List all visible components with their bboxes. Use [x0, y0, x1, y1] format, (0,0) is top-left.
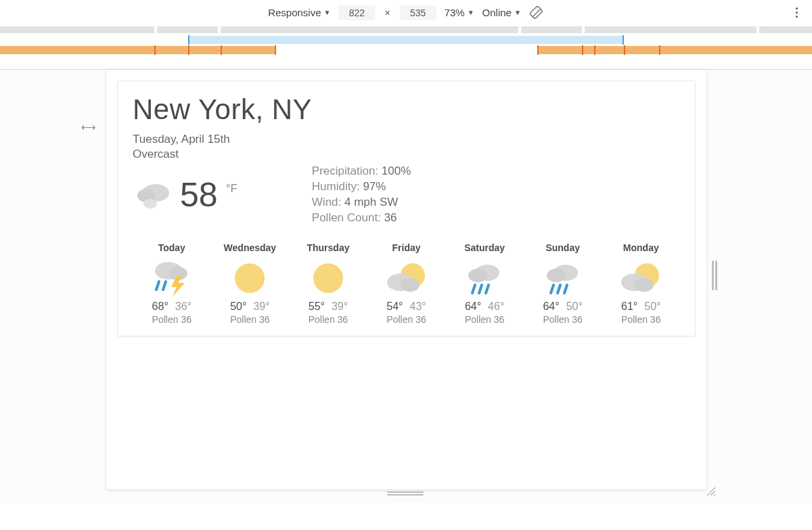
device-stage: ⟷ New York, NY Tuesday, April 15th Overc… — [0, 70, 812, 503]
rain-icon — [445, 257, 524, 299]
breakpoint-ruler — [0, 26, 812, 70]
forecast-day: Wednesday 50°39° Pollen 36 — [211, 242, 290, 325]
humid-value: 97% — [363, 180, 386, 193]
forecast-high: 50° — [230, 301, 246, 312]
svg-line-7 — [156, 282, 159, 290]
weather-card: New York, NY Tuesday, April 15th Overcas… — [117, 81, 696, 336]
forecast-day-label: Monday — [602, 242, 680, 253]
forecast-pollen: Pollen 36 — [211, 314, 290, 325]
forecast-day: Today 68°36° Pollen 36 — [133, 242, 211, 325]
date-text: Tuesday, April 15th — [133, 133, 680, 146]
breakpoint-row-blue[interactable] — [0, 36, 812, 44]
forecast-day: Saturday 64°46° Pollen 36 — [445, 242, 524, 325]
rotate-icon[interactable] — [529, 5, 544, 20]
sunny-icon — [289, 257, 367, 299]
city-title: New York, NY — [133, 93, 680, 126]
storm-icon — [133, 257, 211, 299]
partly-sunny-icon — [602, 257, 680, 299]
forecast-low: 43° — [410, 301, 426, 312]
forecast-day-label: Friday — [367, 242, 446, 253]
forecast-pollen: Pollen 36 — [133, 314, 211, 325]
breakpoint-row-orange[interactable] — [0, 46, 812, 54]
forecast-row: Today 68°36° Pollen 36 Wednesday 50°39° … — [133, 242, 680, 325]
svg-point-16 — [468, 269, 487, 282]
resize-right-handle[interactable] — [712, 261, 719, 290]
device-select-label: Responsive — [268, 7, 321, 18]
forecast-high: 61° — [621, 301, 637, 312]
forecast-temps: 68°36° — [133, 301, 211, 313]
svg-rect-0 — [529, 5, 542, 18]
current-temp: 58 — [180, 175, 218, 215]
svg-point-4 — [143, 199, 157, 208]
breakpoint-row-grey[interactable] — [0, 26, 812, 34]
zoom-label: 73% — [445, 7, 465, 18]
forecast-day-label: Today — [133, 242, 211, 253]
forecast-pollen: Pollen 36 — [524, 314, 602, 325]
svg-line-19 — [486, 285, 489, 293]
rain-icon — [524, 257, 602, 299]
forecast-day-label: Wednesday — [211, 242, 290, 253]
svg-line-18 — [479, 285, 482, 293]
precip-label: Precipitation: — [312, 164, 378, 177]
svg-point-11 — [313, 263, 343, 293]
resize-bottom-handle[interactable] — [387, 491, 424, 495]
forecast-pollen: Pollen 36 — [602, 314, 680, 325]
forecast-pollen: Pollen 36 — [445, 314, 524, 325]
svg-point-14 — [401, 278, 420, 292]
forecast-high: 64° — [465, 301, 481, 312]
forecast-day: Friday 54°43° Pollen 36 — [367, 242, 446, 325]
height-input[interactable] — [400, 5, 436, 20]
forecast-temps: 61°50° — [602, 301, 680, 313]
forecast-pollen: Pollen 36 — [289, 314, 367, 325]
precip-value: 100% — [382, 164, 411, 177]
forecast-day-label: Saturday — [445, 242, 524, 253]
forecast-day: Monday 61°50° Pollen 36 — [602, 242, 680, 325]
width-input[interactable] — [338, 5, 375, 20]
resize-corner-handle[interactable] — [705, 485, 716, 496]
partly-sunny-icon — [367, 257, 446, 299]
device-viewport: New York, NY Tuesday, April 15th Overcas… — [106, 70, 706, 489]
forecast-temps: 55°39° — [289, 301, 367, 313]
forecast-temps: 64°46° — [445, 301, 524, 313]
chevron-down-icon: ▼ — [468, 9, 474, 16]
forecast-day-label: Thursday — [289, 242, 367, 253]
svg-point-21 — [547, 269, 566, 282]
forecast-pollen: Pollen 36 — [367, 314, 446, 325]
network-select[interactable]: Online ▼ — [482, 7, 521, 18]
details-block: Precipitation: 100% Humidity: 97% Wind: … — [312, 164, 411, 226]
forecast-day: Thursday 55°39° Pollen 36 — [289, 242, 367, 325]
network-label: Online — [482, 7, 512, 18]
sunny-icon — [211, 257, 290, 299]
current-temp-block: 58 °F — [133, 164, 238, 226]
forecast-low: 46° — [488, 301, 504, 312]
forecast-high: 64° — [543, 301, 559, 312]
overcast-icon — [133, 178, 173, 212]
forecast-temps: 50°39° — [211, 301, 290, 313]
pollen-value: 36 — [384, 211, 397, 224]
zoom-select[interactable]: 73% ▼ — [445, 7, 474, 18]
forecast-low: 50° — [644, 301, 660, 312]
resize-left-handle[interactable]: ⟷ — [81, 121, 96, 133]
device-select[interactable]: Responsive ▼ — [268, 7, 330, 18]
forecast-temps: 64°50° — [524, 301, 602, 313]
forecast-day: Sunday 64°50° Pollen 36 — [524, 242, 602, 325]
condition-text: Overcast — [133, 148, 680, 161]
svg-line-22 — [551, 285, 554, 293]
pollen-label: Pollen Count: — [312, 211, 381, 224]
svg-line-24 — [564, 285, 567, 293]
chevron-down-icon: ▼ — [324, 9, 331, 16]
forecast-high: 68° — [152, 301, 168, 312]
wind-value: 4 mph SW — [344, 196, 398, 208]
svg-line-17 — [472, 285, 475, 293]
forecast-high: 55° — [309, 301, 325, 312]
more-menu-icon[interactable] — [790, 7, 803, 19]
humid-label: Humidity: — [312, 180, 360, 193]
forecast-low: 39° — [332, 301, 348, 312]
temp-unit: °F — [226, 182, 238, 196]
forecast-low: 36° — [175, 301, 191, 312]
wind-label: Wind: — [312, 196, 341, 208]
svg-point-27 — [635, 278, 654, 292]
svg-line-8 — [163, 282, 166, 290]
forecast-day-label: Sunday — [524, 242, 602, 253]
svg-line-30 — [714, 494, 715, 495]
